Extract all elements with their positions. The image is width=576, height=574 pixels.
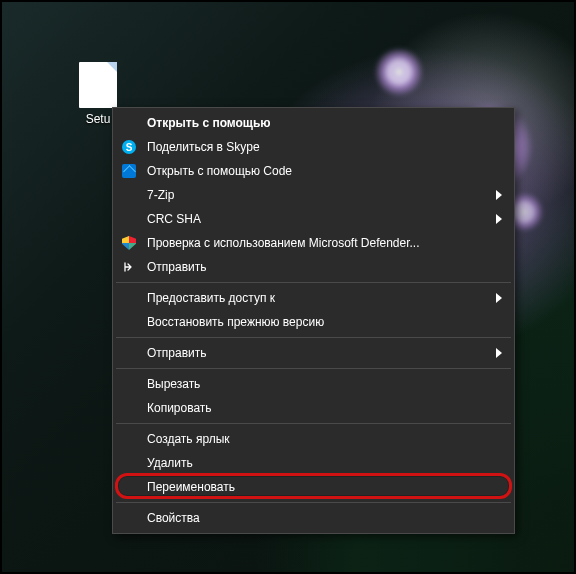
menu-7zip[interactable]: 7-Zip [115, 183, 512, 207]
vscode-icon [121, 163, 137, 179]
menu-rename[interactable]: Переименовать [115, 475, 512, 499]
shield-icon [121, 235, 137, 251]
share-icon [121, 259, 137, 275]
menu-separator [116, 502, 511, 503]
menu-cut[interactable]: Вырезать [115, 372, 512, 396]
menu-label: CRC SHA [147, 212, 201, 226]
menu-label: Поделиться в Skype [147, 140, 260, 154]
menu-label: Удалить [147, 456, 193, 470]
menu-label: Открыть с помощью [147, 116, 271, 130]
menu-label: Восстановить прежнюю версию [147, 315, 324, 329]
menu-open-with[interactable]: Открыть с помощью [115, 111, 512, 135]
submenu-arrow-icon [496, 190, 502, 200]
menu-delete[interactable]: Удалить [115, 451, 512, 475]
submenu-arrow-icon [496, 214, 502, 224]
menu-separator [116, 423, 511, 424]
desktop-background: Setu Открыть с помощью Поделиться в Skyp… [0, 0, 576, 574]
menu-label: Отправить [147, 260, 207, 274]
menu-create-shortcut[interactable]: Создать ярлык [115, 427, 512, 451]
menu-open-with-code[interactable]: Открыть с помощью Code [115, 159, 512, 183]
menu-separator [116, 282, 511, 283]
menu-label: Копировать [147, 401, 212, 415]
menu-restore-previous[interactable]: Восстановить прежнюю версию [115, 310, 512, 334]
menu-separator [116, 337, 511, 338]
menu-share[interactable]: Отправить [115, 255, 512, 279]
submenu-arrow-icon [496, 293, 502, 303]
context-menu: Открыть с помощью Поделиться в Skype Отк… [112, 107, 515, 534]
submenu-arrow-icon [496, 348, 502, 358]
menu-label: Проверка с использованием Microsoft Defe… [147, 236, 420, 250]
menu-label: Отправить [147, 346, 207, 360]
menu-label: Вырезать [147, 377, 200, 391]
menu-give-access[interactable]: Предоставить доступ к [115, 286, 512, 310]
menu-send-to[interactable]: Отправить [115, 341, 512, 365]
skype-icon [121, 139, 137, 155]
menu-label: Переименовать [147, 480, 235, 494]
menu-label: Открыть с помощью Code [147, 164, 292, 178]
menu-label: Создать ярлык [147, 432, 230, 446]
menu-copy[interactable]: Копировать [115, 396, 512, 420]
menu-label: 7-Zip [147, 188, 174, 202]
file-icon [79, 62, 117, 108]
menu-defender-scan[interactable]: Проверка с использованием Microsoft Defe… [115, 231, 512, 255]
menu-label: Предоставить доступ к [147, 291, 275, 305]
menu-skype-share[interactable]: Поделиться в Skype [115, 135, 512, 159]
menu-separator [116, 368, 511, 369]
menu-label: Свойства [147, 511, 200, 525]
menu-properties[interactable]: Свойства [115, 506, 512, 530]
decorative-flower [374, 47, 424, 97]
menu-crc-sha[interactable]: CRC SHA [115, 207, 512, 231]
